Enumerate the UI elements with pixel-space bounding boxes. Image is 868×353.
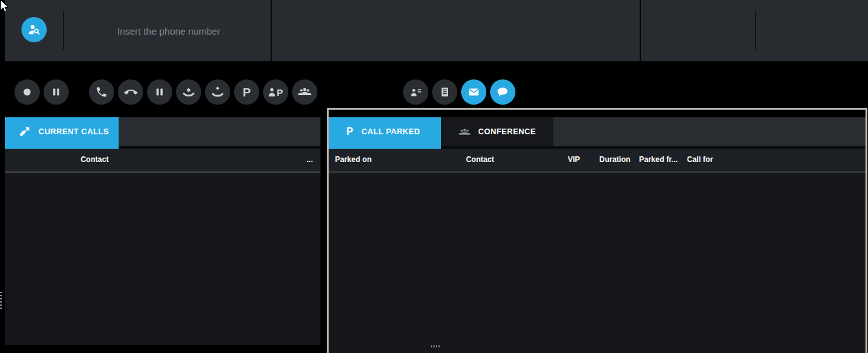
- notes-icon: [438, 86, 451, 98]
- park-to-contact-button[interactable]: P: [263, 79, 288, 105]
- attendant-console-app: { "top_bar": { "contact_search_button": …: [0, 0, 868, 353]
- current-calls-grid-header: Contact ...: [5, 149, 320, 173]
- column-header-parked-on[interactable]: Parked on: [335, 155, 372, 164]
- hold-button[interactable]: [44, 79, 69, 105]
- top-bar-divider: [755, 11, 756, 50]
- contact-search-button[interactable]: [21, 17, 47, 42]
- pause-icon: [51, 87, 61, 97]
- current-calls-panel: CURRENT CALLS Contact ...: [5, 117, 320, 345]
- pause-call-button[interactable]: [147, 79, 172, 105]
- park-icon: P: [243, 86, 251, 98]
- top-bar-divider: [63, 11, 64, 50]
- column-header-parked-from[interactable]: Parked fr...: [639, 155, 677, 164]
- parked-calls-grid-body[interactable]: [329, 173, 865, 353]
- top-bar-divider: [271, 0, 272, 61]
- bottom-splitter-handle[interactable]: [431, 345, 441, 347]
- pause-icon: [155, 87, 165, 97]
- hangup-call-icon: [124, 86, 138, 99]
- window-top-strip: [329, 110, 865, 117]
- column-header-contact[interactable]: Contact: [449, 155, 512, 164]
- column-header-contact[interactable]: Contact: [63, 155, 126, 164]
- conference-button[interactable]: [292, 79, 317, 105]
- chat-button[interactable]: [490, 79, 515, 105]
- transfer-call-icon: [211, 85, 225, 99]
- pickup-call-icon: [182, 85, 196, 99]
- phone-number-input[interactable]: [64, 0, 273, 62]
- parked-calls-tabbar: P CALL PARKED CONFERENCE: [329, 117, 865, 146]
- tab-current-calls[interactable]: CURRENT CALLS: [5, 117, 119, 146]
- contact-details-icon: [409, 86, 423, 99]
- tab-call-parked[interactable]: P CALL PARKED: [329, 117, 441, 146]
- tab-conference-label: CONFERENCE: [478, 127, 536, 136]
- contact-details-button[interactable]: [403, 79, 428, 105]
- notes-button[interactable]: [432, 79, 457, 105]
- answer-call-icon: [95, 86, 108, 98]
- top-bar-divider: [640, 0, 641, 61]
- park-icon: P: [346, 127, 353, 137]
- answer-call-button[interactable]: [89, 79, 114, 105]
- tab-current-calls-label: CURRENT CALLS: [38, 127, 108, 136]
- current-calls-grid-body[interactable]: [5, 173, 320, 345]
- email-button[interactable]: [461, 79, 486, 105]
- park-call-button[interactable]: P: [234, 79, 259, 105]
- top-bar: [5, 0, 868, 61]
- grid-header-more-button[interactable]: ...: [307, 155, 313, 164]
- parked-calls-grid-header: Parked on Contact VIP Duration Parked fr…: [329, 149, 865, 173]
- park-contact-icon: P: [268, 87, 283, 97]
- pickup-call-button[interactable]: [176, 79, 201, 105]
- current-calls-tabbar: CURRENT CALLS: [5, 117, 320, 146]
- column-header-vip[interactable]: VIP: [568, 155, 580, 164]
- column-header-duration[interactable]: Duration: [599, 155, 630, 164]
- conference-icon: [298, 85, 312, 99]
- active-call-icon: [19, 126, 31, 138]
- left-splitter-handle[interactable]: [0, 292, 2, 311]
- tab-call-parked-label: CALL PARKED: [361, 127, 420, 136]
- email-icon: [467, 86, 480, 98]
- tab-conference[interactable]: CONFERENCE: [441, 117, 553, 146]
- transfer-call-button[interactable]: [205, 79, 230, 105]
- parked-calls-window: P CALL PARKED CONFERENCE Parked on Conta…: [327, 108, 867, 353]
- chat-icon: [496, 86, 509, 98]
- hangup-call-button[interactable]: [118, 79, 143, 105]
- contact-search-icon: [27, 23, 41, 37]
- column-header-call-for[interactable]: Call for: [687, 155, 713, 164]
- record-icon: [21, 86, 33, 98]
- conference-icon: [459, 126, 471, 138]
- record-button[interactable]: [15, 79, 40, 105]
